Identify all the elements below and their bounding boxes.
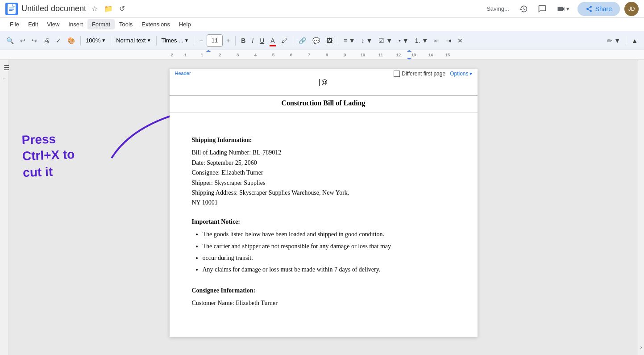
search-button[interactable]: 🔍 <box>4 34 17 47</box>
numbered-list-button[interactable]: 1. ▼ <box>412 34 431 47</box>
redo-button[interactable]: ↪ <box>29 34 40 47</box>
zoom-dropdown[interactable]: 100% ▼ <box>83 34 108 47</box>
svg-text:7: 7 <box>308 53 310 57</box>
share-button[interactable]: Share <box>578 2 620 16</box>
menu-format[interactable]: Format <box>87 19 115 29</box>
svg-text:4: 4 <box>254 53 257 57</box>
shipping-title: Shipping Information: <box>192 135 455 145</box>
meet-button[interactable]: ▼ <box>554 2 573 16</box>
collapse-arrow: › <box>640 344 642 351</box>
document-page: Header Different first page Options ▾ @ <box>170 69 478 337</box>
checklist-button[interactable]: ☑ ▼ <box>376 34 395 47</box>
indent-decrease-button[interactable]: ⇤ <box>432 34 442 47</box>
highlight-button[interactable]: 🖊 <box>278 34 290 47</box>
chat-button[interactable] <box>535 2 549 16</box>
zoom-chevron: ▼ <box>101 38 106 43</box>
document-header-title: Construction Bill of Lading <box>170 96 478 113</box>
move-button[interactable]: 📁 <box>102 3 115 15</box>
different-first-page-label: Different first page <box>402 71 445 77</box>
font-color-button[interactable]: A <box>268 34 277 47</box>
align-button[interactable]: ≡ ▼ <box>341 34 358 47</box>
doc-area[interactable]: Press Ctrl+X to cut it Header Differen <box>9 60 638 355</box>
style-dropdown[interactable]: Normal text ▼ <box>114 34 153 47</box>
font-value: Times ... <box>162 37 183 44</box>
ruler: -2 -1 1 2 3 4 5 6 7 8 9 10 11 12 13 14 1… <box>0 50 644 60</box>
italic-button[interactable]: I <box>249 34 256 47</box>
indent-increase-button[interactable]: ⇥ <box>443 34 454 47</box>
font-size-input[interactable] <box>207 34 223 47</box>
toolbar: 🔍 ↩ ↪ 🖨 ✓ 🎨 100% ▼ Normal text ▼ Times .… <box>0 31 644 50</box>
separator-4 <box>194 36 194 46</box>
separator-6 <box>293 36 293 46</box>
annotation-line1: Press <box>21 130 75 148</box>
history-button[interactable] <box>516 2 531 16</box>
menu-tools[interactable]: Tools <box>115 19 137 29</box>
bold-button[interactable]: B <box>238 34 248 47</box>
document-body[interactable]: Shipping Information: Bill of Lading Num… <box>170 113 478 322</box>
pen-button[interactable]: ✏ ▼ <box>604 34 623 47</box>
menu-edit[interactable]: Edit <box>24 19 42 29</box>
gap-2 <box>192 208 455 217</box>
menu-insert[interactable]: Insert <box>64 19 87 29</box>
notice-item-2: occur during transit. <box>203 253 455 263</box>
print-button[interactable]: 🖨 <box>41 34 52 47</box>
clear-formatting-button[interactable]: ✕ <box>455 34 465 47</box>
separator-8 <box>626 36 626 46</box>
separator-2 <box>111 36 111 46</box>
different-first-page[interactable]: Different first page <box>394 71 445 77</box>
bullet-list-button[interactable]: • ▼ <box>396 34 411 47</box>
paint-format-button[interactable]: 🎨 <box>65 34 78 47</box>
title-action-icons: ☆ 📁 ↺ <box>90 3 127 15</box>
collapse-button[interactable]: ▲ <box>629 34 640 47</box>
line-spacing-button[interactable]: ↕ ▼ <box>359 34 375 47</box>
image-button[interactable]: 🖼 <box>324 34 335 47</box>
consignee-line: Customer Name: Elizabeth Turner <box>192 298 455 308</box>
svg-rect-3 <box>9 10 12 11</box>
undo-button[interactable]: ↩ <box>17 34 28 47</box>
color-indicator <box>270 45 276 46</box>
link-button[interactable]: 🔗 <box>296 34 309 47</box>
app-icon <box>5 3 18 15</box>
right-collapse-panel[interactable]: › <box>638 60 644 355</box>
menu-help[interactable]: Help <box>175 19 195 29</box>
gap-1 <box>192 126 455 135</box>
consignee-title: Consignee Information: <box>192 286 455 296</box>
font-dropdown[interactable]: Times ... ▼ <box>159 34 191 47</box>
header-section[interactable]: Header Different first page Options ▾ @ <box>170 69 478 96</box>
menu-bar: File Edit View Insert Format Tools Exten… <box>0 18 644 31</box>
font-increase-button[interactable]: + <box>224 34 233 47</box>
separator-7 <box>338 36 338 46</box>
menu-file[interactable]: File <box>5 19 24 29</box>
svg-text:5: 5 <box>272 53 274 57</box>
annotation-overlay: Press Ctrl+X to cut it <box>21 130 75 181</box>
gap-3 <box>192 277 455 286</box>
zoom-value: 100% <box>86 37 100 44</box>
autosave-button[interactable]: ↺ <box>117 3 127 15</box>
left-margin: ☰ 1 <box>0 60 9 355</box>
svg-text:15: 15 <box>445 53 450 57</box>
svg-text:14: 14 <box>428 53 433 57</box>
font-decrease-button[interactable]: − <box>197 34 206 47</box>
header-options: Different first page Options ▾ <box>394 71 472 77</box>
svg-text:8: 8 <box>326 53 328 57</box>
svg-text:6: 6 <box>290 53 292 57</box>
share-label: Share <box>595 5 612 13</box>
underline-button[interactable]: U <box>257 34 267 47</box>
svg-text:2: 2 <box>219 53 221 57</box>
comment-button[interactable]: 💬 <box>310 34 323 47</box>
svg-text:12: 12 <box>396 53 401 57</box>
user-avatar[interactable]: JD <box>624 2 639 16</box>
options-dropdown[interactable]: Options ▾ <box>450 71 472 77</box>
svg-text:-2: -2 <box>170 53 173 57</box>
different-first-page-checkbox[interactable] <box>394 71 400 77</box>
menu-view[interactable]: View <box>42 19 64 29</box>
document-title[interactable]: Untitled document <box>21 4 86 13</box>
spellcheck-button[interactable]: ✓ <box>53 34 64 47</box>
style-chevron: ▼ <box>147 38 151 43</box>
shipping-line-1: Date: September 25, 2060 <box>192 158 455 168</box>
saving-status: Saving... <box>486 5 509 12</box>
main-area: ☰ 1 Press Ctrl+X to cut it <box>0 60 644 355</box>
star-button[interactable]: ☆ <box>90 3 100 15</box>
annotation-line3: cut it <box>23 163 76 181</box>
menu-extensions[interactable]: Extensions <box>137 19 175 29</box>
